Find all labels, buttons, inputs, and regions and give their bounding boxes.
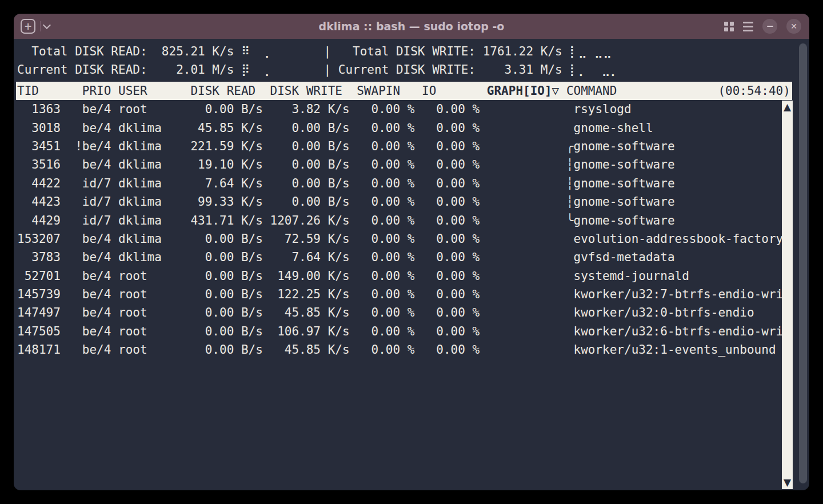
window-title: dklima :: bash — sudo iotop -o bbox=[14, 20, 809, 33]
scroll-up-icon[interactable]: ▲ bbox=[784, 101, 791, 114]
table-row: 3516 be/4 dklima 19.10 K/s 0.00 B/s 0.00… bbox=[17, 155, 809, 174]
iotop-scrollbar[interactable]: ▲ ▼ bbox=[782, 101, 793, 489]
table-row: 145739 be/4 root 0.00 B/s 122.25 K/s 0.0… bbox=[17, 285, 809, 303]
new-tab-icon: + bbox=[24, 22, 32, 31]
disk-totals-line-2: Current DISK READ: 2.01 M/s ⡿ ⡀ | Curren… bbox=[17, 61, 809, 79]
terminal-scrollbar[interactable] bbox=[799, 43, 807, 483]
terminal-content: Total DISK READ: 825.21 K/s ⠿ ⡀ | Total … bbox=[14, 39, 809, 490]
sort-column-graph-io: GRAPH[IO] bbox=[487, 84, 552, 98]
table-row: 147497 be/4 root 0.00 B/s 45.85 K/s 0.00… bbox=[17, 303, 809, 322]
table-row: 148171 be/4 root 0.00 B/s 45.85 K/s 0.00… bbox=[17, 341, 809, 359]
table-row: 3451 !be/4 dklima 221.59 K/s 0.00 B/s 0.… bbox=[17, 137, 809, 155]
table-row: 3783 be/4 dklima 0.00 B/s 7.64 K/s 0.00 … bbox=[17, 248, 809, 266]
table-row: 153207 be/4 dklima 0.00 B/s 72.59 K/s 0.… bbox=[17, 230, 809, 248]
scroll-down-icon[interactable]: ▼ bbox=[784, 476, 791, 489]
table-row: 1363 be/4 root 0.00 B/s 3.82 K/s 0.00 % … bbox=[17, 100, 809, 118]
new-tab-button[interactable]: + bbox=[21, 19, 35, 34]
terminal-window: + dklima :: bash — sudo iotop -o ✕ Total… bbox=[14, 14, 809, 490]
table-header: TID PRIO USER DISK READ DISK WRITE SWAPI… bbox=[16, 82, 792, 100]
close-icon: ✕ bbox=[790, 22, 797, 30]
table-row: 4429 id/7 dklima 431.71 K/s 1207.26 K/s … bbox=[17, 211, 809, 230]
minimize-button[interactable] bbox=[762, 19, 777, 34]
titlebar[interactable]: + dklima :: bash — sudo iotop -o ✕ bbox=[14, 14, 809, 39]
table-row: 3018 be/4 dklima 45.85 K/s 0.00 B/s 0.00… bbox=[17, 119, 809, 137]
chevron-down-icon[interactable] bbox=[43, 21, 51, 29]
table-row: 4422 id/7 dklima 7.64 K/s 0.00 B/s 0.00 … bbox=[17, 174, 809, 193]
menu-icon[interactable] bbox=[743, 22, 753, 31]
titlebar-separator bbox=[40, 21, 41, 31]
process-table: 1363 be/4 root 0.00 B/s 3.82 K/s 0.00 % … bbox=[17, 100, 809, 359]
minimize-icon bbox=[767, 26, 773, 27]
tab-overview-icon[interactable] bbox=[724, 22, 734, 31]
table-row: 4423 id/7 dklima 99.33 K/s 0.00 B/s 0.00… bbox=[17, 193, 809, 211]
table-row: 52701 be/4 root 0.00 B/s 149.00 K/s 0.00… bbox=[17, 267, 809, 285]
table-row: 147505 be/4 root 0.00 B/s 106.97 K/s 0.0… bbox=[17, 322, 809, 341]
disk-totals-line-1: Total DISK READ: 825.21 K/s ⠿ ⡀ | Total … bbox=[17, 42, 809, 61]
close-button[interactable]: ✕ bbox=[786, 19, 801, 34]
